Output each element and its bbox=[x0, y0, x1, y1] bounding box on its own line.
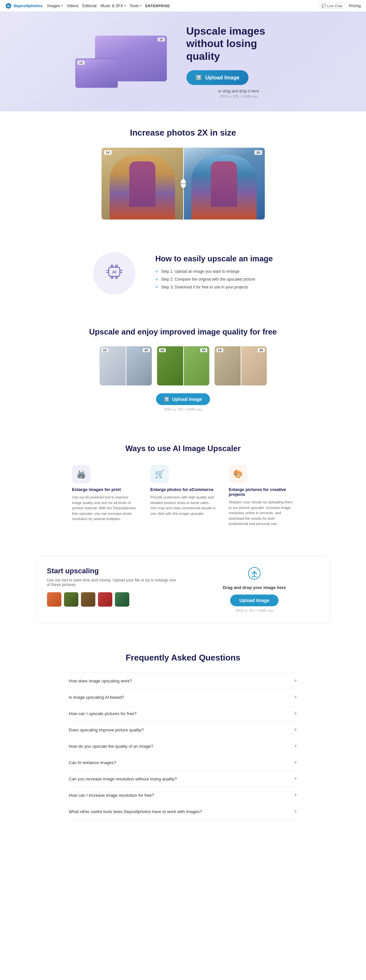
compare-handle[interactable]: ⟺ bbox=[181, 179, 186, 188]
nav-link-editorial[interactable]: Editorial bbox=[82, 3, 96, 8]
ways-title: Ways to use AI Image Upscaler bbox=[20, 444, 346, 453]
hero-images: 2X 1X bbox=[75, 36, 167, 88]
nav-pricing[interactable]: Pricing bbox=[349, 3, 361, 8]
faq-plus-3: + bbox=[294, 727, 298, 733]
section-howto: AI How to easily upscale an image ✓ Step… bbox=[0, 236, 366, 311]
compare-left: 1X bbox=[101, 148, 183, 220]
faq-question-8: What other useful tools does Depositphot… bbox=[69, 809, 202, 814]
faq-plus-5: + bbox=[294, 759, 298, 766]
g2-badge-left: 1X bbox=[159, 348, 166, 352]
start-formats: JPEG or JPG • 15MB max bbox=[190, 609, 319, 612]
start-desc: Use our tool to save time and money. Upl… bbox=[47, 578, 177, 587]
faq-item-7[interactable]: How can I increase image resolution for … bbox=[69, 787, 298, 803]
check-icon-3: ✓ bbox=[155, 285, 158, 290]
faq-question-4: How do you upscale the quality of an ima… bbox=[69, 744, 154, 749]
start-thumb-4[interactable] bbox=[98, 592, 112, 607]
faq-list: How does image upscaling work? + Is imag… bbox=[69, 673, 298, 820]
g3-badge-left: 1X bbox=[217, 348, 223, 352]
howto-steps: ✓ Step 1: Upload an image you want to en… bbox=[155, 269, 273, 290]
way-title-creative: Enlarge pictures for creative projects bbox=[229, 487, 294, 497]
svg-point-5 bbox=[116, 265, 117, 267]
section-increase: Increase photos 2X in size 1X ⟺ 2X bbox=[0, 111, 366, 236]
way-item-ecommerce: 🛒 Enlarge photos for eCommerce Provide c… bbox=[151, 465, 216, 527]
compare-right: 2X bbox=[183, 148, 265, 220]
hero-drag-text: or drag and drop it here bbox=[187, 89, 291, 94]
start-thumbnails bbox=[47, 592, 177, 607]
way-desc-print: Use our AI-powered tool to improve image… bbox=[72, 495, 138, 522]
way-title-ecommerce: Enlarge photos for eCommerce bbox=[151, 487, 216, 492]
howto-content: How to easily upscale an image ✓ Step 1:… bbox=[155, 254, 273, 293]
faq-plus-0: + bbox=[294, 678, 298, 684]
upload-icon: ⬆️ bbox=[196, 75, 202, 81]
gallery-item-3: 1X 2X bbox=[214, 346, 267, 385]
faq-plus-2: + bbox=[294, 710, 298, 717]
hero-content: Upscale images without losing quality ⬆️… bbox=[187, 25, 291, 98]
faq-plus-6: + bbox=[294, 775, 298, 783]
howto-step-2: ✓ Step 2: Compare the original with the … bbox=[155, 277, 273, 282]
upscale-free-formats: JPEG or JPG • 15MB max bbox=[13, 408, 353, 411]
start-thumb-2[interactable] bbox=[64, 592, 78, 607]
way-item-print: 🖨️ Enlarge images for print Use our AI-p… bbox=[72, 465, 138, 527]
faq-plus-1: + bbox=[294, 694, 298, 701]
start-left: Start upscaling Use our tool to save tim… bbox=[47, 567, 177, 607]
faq-item-4[interactable]: How do you upscale the quality of an ima… bbox=[69, 738, 298, 754]
nav-link-images[interactable]: Images▾ bbox=[48, 3, 63, 8]
g1-badge-left: 1X bbox=[101, 348, 108, 352]
hero-badge-1x: 1X bbox=[78, 61, 84, 65]
hero-badge-2x: 2X bbox=[158, 38, 165, 41]
hero-small-image: 1X bbox=[75, 59, 118, 88]
hero-title: Upscale images without losing quality bbox=[187, 25, 291, 62]
ai-icon: AI bbox=[103, 260, 126, 287]
nav-link-music[interactable]: Music & SFX▾ bbox=[101, 3, 126, 8]
nav-logo[interactable]: dp depositphotos bbox=[5, 3, 43, 9]
faq-question-5: Can AI enhance images? bbox=[69, 760, 116, 765]
faq-item-0[interactable]: How does image upscaling work? + bbox=[69, 673, 298, 689]
svg-point-8 bbox=[111, 277, 113, 278]
upscale-free-upload-button[interactable]: ⬆️ Upload Image bbox=[156, 393, 210, 405]
start-thumb-5[interactable] bbox=[115, 592, 129, 607]
way-icon-print: 🖨️ bbox=[72, 465, 90, 483]
upscale-free-title: Upscale and enjoy improved image quality… bbox=[13, 327, 353, 336]
nav-live-chat[interactable]: 💬 Live Chat bbox=[318, 3, 345, 9]
faq-plus-8: + bbox=[294, 808, 298, 815]
start-upload-button[interactable]: Upload Image bbox=[230, 595, 279, 606]
nav-link-videos[interactable]: Videos bbox=[67, 3, 78, 8]
faq-item-8[interactable]: What other useful tools does Depositphot… bbox=[69, 803, 298, 820]
howto-icon-wrap: AI bbox=[93, 252, 136, 295]
faq-item-3[interactable]: Does upscaling improve picture quality? … bbox=[69, 722, 298, 738]
check-icon-2: ✓ bbox=[155, 277, 158, 282]
howto-step-3: ✓ Step 3: Download it for free to use in… bbox=[155, 285, 273, 290]
start-thumb-3[interactable] bbox=[81, 592, 95, 607]
section-start: Start upscaling Use our tool to save tim… bbox=[0, 543, 366, 636]
g1-badge-right: 2X bbox=[143, 348, 149, 352]
start-thumb-1[interactable] bbox=[47, 592, 62, 607]
start-right: Drag and drop your image here Upload Ima… bbox=[190, 567, 319, 612]
compare-divider: ⟺ bbox=[183, 148, 184, 220]
section-faq: Frequently Asked Questions How does imag… bbox=[0, 636, 366, 836]
way-desc-creative: Sharpen your visuals by uploading them t… bbox=[229, 500, 294, 527]
g2-badge-right: 2X bbox=[200, 348, 207, 352]
faq-item-2[interactable]: How can I upscale pictures for free? + bbox=[69, 705, 298, 722]
faq-item-1[interactable]: Is image upscaling AI-based? + bbox=[69, 689, 298, 705]
faq-question-7: How can I increase image resolution for … bbox=[69, 793, 154, 798]
hero-upload-button[interactable]: ⬆️ Upload Image bbox=[187, 70, 249, 85]
section-ways: Ways to use AI Image Upscaler 🖨️ Enlarge… bbox=[0, 428, 366, 543]
start-title: Start upscaling bbox=[47, 567, 177, 575]
compare-badge-left: 1X bbox=[104, 150, 112, 155]
upscale-gallery: 1X 2X 1X 2X 1X bbox=[13, 346, 353, 385]
faq-item-6[interactable]: Can you increase image resolution withou… bbox=[69, 771, 298, 787]
way-icon-creative: 🎨 bbox=[229, 465, 247, 483]
compare-container: 1X ⟺ 2X bbox=[101, 148, 265, 220]
chat-icon: 💬 bbox=[321, 3, 326, 8]
svg-text:AI: AI bbox=[112, 269, 117, 274]
nav-link-tools[interactable]: Tools▾ bbox=[130, 3, 141, 8]
upload-drop-icon bbox=[190, 567, 319, 582]
faq-item-5[interactable]: Can AI enhance images? + bbox=[69, 754, 298, 771]
way-title-print: Enlarge images for print bbox=[72, 487, 138, 492]
faq-question-0: How does image upscaling work? bbox=[69, 678, 132, 683]
start-inner: Start upscaling Use our tool to save tim… bbox=[36, 556, 330, 623]
nav-link-enterprise[interactable]: ENTERPRISE bbox=[145, 4, 170, 8]
faq-plus-7: + bbox=[294, 792, 298, 799]
svg-point-4 bbox=[111, 265, 113, 267]
check-icon-1: ✓ bbox=[155, 269, 158, 274]
